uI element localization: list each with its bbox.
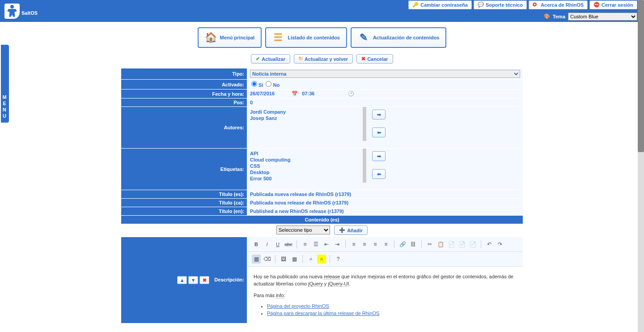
menu-collapsed-tab[interactable]: MENU — [1, 45, 9, 123]
autores-listbox[interactable]: Jordi Company Josep Sanz — [247, 107, 366, 141]
etiquetas-listbox[interactable]: API Cloud computing CSS Desktop Error 50… — [247, 149, 366, 183]
delete-button[interactable]: ✖ — [199, 276, 209, 284]
activado-si-radio[interactable] — [251, 81, 257, 87]
autor-add-button[interactable]: ➡ — [372, 110, 386, 119]
list-item[interactable]: Josep Sanz — [250, 115, 360, 121]
undo-button[interactable]: ↶ — [485, 240, 494, 249]
cut-button[interactable]: ✂ — [425, 240, 434, 249]
link-project[interactable]: Página del proyecto RhinOS — [267, 303, 329, 309]
about-icon: ✪ — [533, 2, 539, 8]
top-bar: SaltOS 🔑Cambiar contraseña 💬Soporte técn… — [0, 0, 644, 22]
textcolor-button[interactable]: A — [306, 255, 315, 264]
update-button[interactable]: ✔Actualizar — [251, 54, 290, 64]
activado-label: Activado: — [121, 80, 247, 89]
titulo-es-input[interactable] — [250, 192, 520, 197]
indent-button[interactable]: ⇥ — [333, 240, 342, 249]
add-icon: ➕ — [339, 227, 345, 233]
align-center-button[interactable]: ≡ — [360, 240, 369, 249]
redo-button[interactable]: ↷ — [496, 240, 504, 249]
fecha-input[interactable] — [250, 91, 290, 96]
editor-content[interactable]: Hoy se ha publicado una nueva release qu… — [247, 267, 523, 323]
scrollbar-thumb[interactable] — [638, 0, 644, 152]
list-item[interactable]: Desktop — [250, 169, 360, 175]
arrow-left-icon: ⬅ — [377, 130, 381, 136]
action-buttons: ✔Actualizar ↻Actualizar y volver ✖Cancel… — [0, 54, 644, 64]
removeformat-button[interactable]: ⌫ — [263, 255, 271, 264]
refresh-icon: ↻ — [299, 56, 303, 62]
autor-remove-button[interactable]: ⬅ — [372, 128, 386, 137]
tab-content-list[interactable]: ☰Listado de contenidos — [265, 27, 347, 48]
bold-button[interactable]: B — [252, 240, 261, 249]
outdent-button[interactable]: ⇤ — [322, 240, 331, 249]
bgcolor-button[interactable]: A — [317, 255, 326, 264]
theme-bar: 🎨 Tema Custom Blue — [544, 13, 637, 21]
about-link[interactable]: ✪Acerca de RhinOS — [529, 0, 588, 9]
hora-input[interactable] — [302, 91, 329, 96]
theme-select[interactable]: Custom Blue — [568, 13, 637, 21]
list-item[interactable]: API — [250, 150, 360, 157]
scrollbar[interactable] — [638, 0, 644, 329]
calendar-icon[interactable]: 📅 — [292, 91, 298, 96]
help-button[interactable]: ? — [334, 255, 343, 264]
tab-main-menu[interactable]: 🏠Menú principal — [198, 27, 262, 48]
pos-input[interactable] — [250, 100, 330, 105]
logo-icon — [4, 4, 20, 19]
change-password-link[interactable]: 🔑Cambiar contraseña — [408, 0, 472, 9]
list-item[interactable]: Error 500 — [250, 175, 360, 182]
etiqueta-add-button[interactable]: ➡ — [372, 151, 386, 161]
list-item[interactable]: CSS — [250, 163, 360, 169]
unlink-button[interactable]: ⛓ — [409, 240, 418, 249]
update-back-button[interactable]: ↻Actualizar y volver — [294, 54, 353, 64]
align-justify-button[interactable]: ≡ — [381, 240, 390, 249]
align-right-button[interactable]: ≡ — [371, 240, 380, 249]
paste-button[interactable]: 📄 — [447, 240, 456, 249]
descripcion-label-cell: ▲ ▼ ✖ Descripción: — [121, 237, 247, 323]
ol-button[interactable]: ≡ — [301, 240, 309, 249]
editor-toolbar-2: ▦ ⌫ 🖼 ▦ A A ? — [247, 252, 523, 267]
cancel-button[interactable]: ✖Cancelar — [356, 54, 393, 64]
move-up-button[interactable]: ▲ — [177, 276, 187, 284]
titulo-en-input[interactable] — [250, 209, 520, 214]
strike-button[interactable]: abc — [284, 240, 293, 249]
pos-label: Pos: — [121, 98, 247, 107]
logo: SaltOS — [0, 0, 42, 21]
arrow-right-icon: ➡ — [377, 112, 381, 118]
autores-label: Autores: — [121, 107, 247, 149]
clock-icon[interactable]: 🕐 — [348, 91, 354, 96]
copy-button[interactable]: 📋 — [436, 240, 445, 249]
titulo-es-label: Título (es): — [121, 190, 247, 199]
palette-icon: 🎨 — [544, 13, 550, 20]
list-item[interactable]: Cloud computing — [250, 157, 360, 163]
tipo-label: Tipo: — [121, 68, 247, 80]
edit-icon: ✎ — [358, 32, 369, 43]
tipo-select[interactable]: Noticia interna — [250, 70, 520, 78]
support-link[interactable]: 💬Soporte técnico — [474, 0, 527, 9]
link-download[interactable]: Página para descargar la última release … — [267, 311, 379, 316]
ul-button[interactable]: ☰ — [311, 240, 320, 249]
paste-word-button[interactable]: 📄 — [468, 240, 477, 249]
fecha-label: Fecha y hora: — [121, 89, 247, 98]
link-button[interactable]: 🔗 — [398, 240, 407, 249]
italic-button[interactable]: I — [263, 240, 271, 249]
move-down-button[interactable]: ▼ — [188, 276, 198, 284]
paste-text-button[interactable]: 📄 — [458, 240, 466, 249]
titulo-ca-label: Título (ca): — [121, 199, 247, 207]
list-item[interactable]: Jordi Company — [250, 109, 360, 115]
etiqueta-remove-button[interactable]: ⬅ — [372, 169, 386, 179]
delete-icon: ✖ — [203, 277, 207, 283]
key-icon: 🔑 — [412, 2, 419, 8]
main-content: 🏠Menú principal ☰Listado de contenidos ✎… — [0, 22, 644, 329]
image-button[interactable]: 🖼 — [279, 255, 288, 264]
logout-link[interactable]: ⛔Cerrar sesión — [589, 0, 637, 9]
titulo-ca-input[interactable] — [250, 200, 520, 205]
activado-no-radio[interactable] — [266, 81, 271, 87]
list-item[interactable]: Google — [250, 182, 360, 183]
source-button[interactable]: ▦ — [252, 255, 261, 264]
underline-button[interactable]: U — [273, 240, 282, 249]
align-left-button[interactable]: ≡ — [349, 240, 358, 249]
logout-icon: ⛔ — [593, 2, 600, 8]
seleccione-tipo-select[interactable]: Seleccione tipo — [276, 226, 330, 234]
anadir-button[interactable]: ➕Añadir — [334, 226, 368, 235]
tab-content-update[interactable]: ✎Actualización de contenidos — [351, 27, 447, 48]
table-button[interactable]: ▦ — [290, 255, 299, 264]
